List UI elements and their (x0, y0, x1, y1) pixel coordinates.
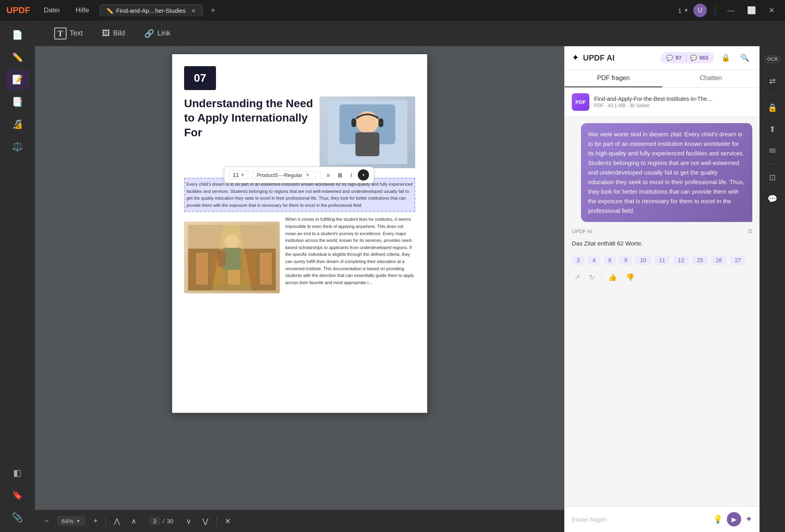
svg-rect-12 (260, 253, 272, 285)
word-num-12[interactable]: 12 (673, 255, 689, 265)
page-next-button[interactable]: ∨ (183, 515, 194, 527)
text-tool-label: Text (70, 29, 83, 37)
tab-edit-icon: ✏️ (106, 8, 113, 14)
close-toolbar-button[interactable]: ✕ (222, 515, 234, 527)
word-num-8[interactable]: 8 (604, 255, 616, 265)
align-button[interactable]: ≡ (324, 171, 332, 179)
sidebar-item-bookmark[interactable]: 🔖 (6, 485, 29, 506)
sidebar-item-document[interactable]: 📄 (6, 25, 29, 45)
ai-file-info: PDF Find-and-Apply-For-the-Best-Institut… (565, 88, 759, 117)
text-format-toolbar[interactable]: 11 ▼ ProductS···-Regular ▼ ≡ B I (224, 167, 374, 183)
ai-file-name: Find-and-Apply-For-the-Best-Institutes-I… (594, 96, 752, 102)
font-family-selector[interactable]: ProductS···-Regular ▼ (252, 171, 316, 179)
sidebar-item-compare[interactable]: ⚖️ (6, 136, 29, 157)
compare-icon: ⚖️ (12, 141, 23, 152)
protect-button[interactable]: 🔒 (763, 98, 782, 117)
page-prev-button[interactable]: ∧ (128, 515, 139, 527)
word-num-3[interactable]: 3 (572, 255, 585, 265)
close-button[interactable]: ✕ (765, 4, 779, 16)
toolbar: T Text 🖼 Bild 🔗 Link (35, 21, 785, 46)
text-tool-button[interactable]: T Text (45, 24, 92, 43)
font-dropdown-icon[interactable]: ▼ (306, 173, 310, 177)
ocr-icon: OCR (765, 56, 780, 63)
color-picker-button[interactable] (358, 169, 369, 181)
thumbs-down-button[interactable]: 👎 (623, 271, 637, 283)
regenerate-button[interactable]: ↻ (587, 271, 597, 283)
page-navigation[interactable]: 1 ▼ (678, 7, 689, 14)
ai-header: ✦ UPDF AI 💬 97 💬 965 🔒 🔍 (565, 46, 759, 70)
user-avatar-button[interactable]: U (693, 4, 707, 17)
ai-chat-area[interactable]: Wie viele worte sind in diesem zitat: Ev… (565, 117, 759, 506)
minimize-button[interactable]: — (723, 5, 738, 16)
mail-button[interactable]: ✉ (763, 141, 782, 160)
ai-search-button[interactable]: 🔍 (737, 52, 752, 64)
text-tool-icon: T (54, 27, 67, 39)
sidebar-item-annotate[interactable]: 📝 (6, 69, 29, 90)
ai-send-button[interactable]: ▶ (727, 512, 741, 526)
pdf-content-area[interactable]: 07 Understanding the Need to Apply Inter… (172, 54, 427, 413)
current-page-num[interactable]: 3 (149, 517, 160, 525)
italic-button[interactable]: I (348, 171, 354, 179)
menu-hilfe[interactable]: Hilfe (70, 5, 95, 16)
pdf-page[interactable]: 07 Understanding the Need to Apply Inter… (35, 46, 564, 510)
font-size-dropdown-icon[interactable]: ▼ (241, 173, 245, 177)
app-logo: UPDF (6, 5, 30, 16)
zoom-dropdown-icon[interactable]: ▼ (76, 518, 81, 524)
font-size-selector[interactable]: 11 ▼ (229, 171, 248, 179)
sidebar-item-pages[interactable]: 📑 (6, 92, 29, 112)
image-tool-button[interactable]: 🖼 Bild (92, 26, 135, 41)
sidebar-item-stamp[interactable]: 🔏 (6, 114, 29, 135)
ocr-button[interactable]: OCR (763, 50, 782, 69)
page-nav-dropdown[interactable]: ▼ (684, 8, 689, 13)
ai-panel: ✦ UPDF AI 💬 97 💬 965 🔒 🔍 PDF fragen (564, 46, 759, 532)
tab-pdf-fragen[interactable]: PDF fragen (565, 70, 662, 87)
zoom-in-button[interactable]: + (90, 515, 101, 527)
thumbs-up-button[interactable]: 👍 (606, 271, 619, 283)
layers-icon: ◧ (13, 468, 22, 478)
menu-datei[interactable]: Datei (38, 5, 65, 16)
word-num-26[interactable]: 26 (711, 255, 727, 265)
tab-close-button[interactable]: ✕ (191, 8, 196, 14)
sidebar-item-edit[interactable]: ✏️ (6, 47, 29, 68)
ai-token-badge[interactable]: 💬 97 💬 965 (661, 52, 714, 63)
bookmark-icon: 🔖 (12, 490, 23, 501)
ai-copy-button[interactable]: ⧉ (748, 228, 752, 235)
ai-chat-sidebar-button[interactable]: 💬 (763, 190, 782, 208)
page-last-button[interactable]: ⋁ (199, 515, 212, 527)
pages-icon: 📑 (12, 97, 23, 107)
maximize-button[interactable]: ⬜ (743, 4, 760, 16)
ai-sparkle-button[interactable]: 💡 (713, 514, 723, 524)
scan-button[interactable]: ⊡ (763, 168, 782, 186)
ai-panel-title: UPDF AI (583, 53, 657, 63)
active-tab[interactable]: ✏️ Find-and-Ap…her-Studies ✕ (100, 4, 203, 16)
sidebar-item-attachments[interactable]: 📎 (6, 507, 29, 528)
ai-lock-button[interactable]: 🔒 (718, 52, 733, 64)
open-external-button[interactable]: ↗ (572, 271, 583, 283)
paperclip-icon: 📎 (12, 512, 23, 523)
page-separator: / (163, 518, 164, 524)
zoom-out-button[interactable]: − (41, 515, 52, 527)
sidebar-item-layers[interactable]: ◧ (6, 463, 29, 483)
word-num-4[interactable]: 4 (588, 255, 601, 265)
ai-question-input[interactable] (572, 514, 709, 524)
convert-button[interactable]: ⇄ (763, 72, 782, 90)
bold-button[interactable]: B (336, 171, 344, 179)
word-num-11[interactable]: 11 (654, 255, 670, 265)
ai-tabs: PDF fragen Chatten (565, 70, 759, 88)
word-num-25[interactable]: 25 (692, 255, 708, 265)
lock-icon: 🔒 (767, 103, 777, 112)
word-num-10[interactable]: 10 (635, 255, 651, 265)
word-num-27[interactable]: 27 (730, 255, 746, 265)
ai-message-actions: ↗ ↻ 👍 👎 (572, 269, 752, 283)
link-tool-button[interactable]: 🔗 Link (135, 26, 180, 41)
zoom-level-selector[interactable]: 64% ▼ (57, 516, 86, 526)
word-num-9[interactable]: 9 (619, 255, 632, 265)
ai-assistant-icon[interactable]: ✦ (745, 514, 752, 524)
page-first-button[interactable]: ⋀ (111, 515, 123, 527)
tab-chatten[interactable]: Chatten (662, 70, 760, 87)
zoom-level-value: 64% (62, 518, 74, 524)
token-icon-1: 💬 (666, 55, 673, 61)
share-button[interactable]: ⬆ (763, 120, 782, 138)
ai-sender-label: UPDF AI (572, 228, 592, 234)
new-tab-button[interactable]: + (208, 5, 219, 16)
